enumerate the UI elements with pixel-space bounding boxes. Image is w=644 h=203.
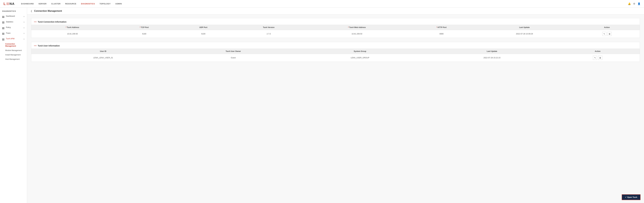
tuna-connection-title: TunA Connection Information [38, 21, 66, 23]
tuna-apm-sub-items: Connection Management Module Management … [0, 42, 27, 61]
nav-admin[interactable]: ADMIN [115, 2, 122, 6]
tuna-user-section: — TunA User Information User ID TunA Use… [31, 42, 640, 62]
tuna-user-title: TunA User Information [38, 45, 60, 47]
sidebar-group-tuna-apm: TunA APM ∨ Connection Management Module … [0, 36, 27, 61]
gear-icon[interactable]: ⚙ [633, 2, 635, 5]
content-area: — TunA Connection Information *TunA Addr… [27, 15, 644, 69]
logo-lines [6, 3, 9, 5]
nav-resource[interactable]: RESOURCE [65, 2, 76, 6]
chevron-up-icon: ∧ [24, 16, 24, 18]
nav-dashboard[interactable]: DASHBOARD [21, 2, 34, 6]
cell-http-port: 8080 [408, 30, 475, 38]
section-dash-user: — [34, 44, 36, 47]
main-content: ❮ Connection Management — TunA Connectio… [27, 8, 644, 203]
sidebar-item-trace[interactable]: Trace ∧ [0, 31, 27, 36]
col-tuna-web-address: *TunA Web Address [306, 25, 408, 30]
sidebar-item-host-management[interactable]: Host Management [0, 57, 27, 61]
tuna-user-header-row: User ID TunA User Owner System Group Las… [31, 49, 640, 54]
cell-user-id: LENA_LENA_USER_01 [31, 54, 175, 62]
cell-last-update-user: 2022-07-28 15:22:15 [428, 54, 556, 62]
cell-tuna-user-owner: Guest [175, 54, 292, 62]
sidebar-group-trace: Trace ∧ [0, 31, 27, 36]
tuna-connection-table: *TunA Address *TCP Port UDP Port TunA Ve… [31, 25, 640, 38]
sidebar-item-install-management[interactable]: Install Management [0, 53, 27, 57]
top-nav: L NA DASHBOARD SERVER CLUSTER RESOURCE D… [0, 0, 644, 8]
cell-last-update-conn: 2022-07-28 15:09:29 [475, 30, 574, 38]
statistics-icon [2, 22, 4, 24]
nav-icons: 🔔 ⚙ 👤 [628, 2, 640, 5]
bell-icon[interactable]: 🔔 [628, 2, 631, 5]
col-last-update-user: Last Update [428, 49, 556, 54]
edit-user-button[interactable]: ✎ [593, 56, 597, 60]
col-tuna-address: *TunA Address [31, 25, 114, 30]
nav-diagnostics[interactable]: DIAGNOSTICS [81, 2, 95, 6]
cell-tuna-web-address: 10.81.209.50 [306, 30, 408, 38]
nav-topology[interactable]: TOPOLOGY [100, 2, 111, 6]
trace-icon [2, 33, 4, 35]
table-row: 10.81.209.50 6180 6100 2.7.0 10.81.209.5… [31, 30, 640, 38]
chevron-up-icon-policy: ∧ [24, 27, 24, 29]
sidebar-item-statistics[interactable]: Statistics ∧ [0, 20, 27, 25]
chevron-down-icon-tuna: ∨ [24, 38, 24, 40]
col-user-id: User ID [31, 49, 175, 54]
sidebar-group-statistics: Statistics ∧ [0, 20, 27, 25]
col-tuna-version: TunA Version [232, 25, 306, 30]
sidebar-item-policy[interactable]: Policy ∧ [0, 25, 27, 31]
sidebar-label-dashboard: Dashboard [6, 15, 15, 17]
col-action-conn: Action [574, 25, 640, 30]
sidebar-title: DIAGNOSTICS [0, 8, 27, 14]
nav-server[interactable]: SERVER [38, 2, 46, 6]
cell-tcp-port: 6180 [114, 30, 175, 38]
sidebar-label-trace: Trace [6, 32, 10, 34]
sidebar-item-connection-management[interactable]: Connection Management [0, 42, 27, 48]
delete-user-button[interactable]: 🗑 [598, 56, 602, 60]
tuna-user-header: — TunA User Information [31, 42, 640, 49]
cell-tuna-address: 10.81.209.50 [31, 30, 114, 38]
tuna-connection-header: — TunA Connection Information [31, 18, 640, 25]
cell-udp-port: 6100 [175, 30, 232, 38]
page-header: ❮ Connection Management [27, 8, 644, 15]
col-tuna-user-owner: TunA User Owner [175, 49, 292, 54]
sidebar-item-tuna-apm[interactable]: TunA APM ∨ [0, 36, 27, 42]
chevron-up-icon-trace: ∧ [24, 32, 24, 34]
col-action-user: Action [556, 49, 640, 54]
cell-system-group: LENA_USER_GROUP [292, 54, 428, 62]
nav-cluster[interactable]: CLUSTER [51, 2, 60, 6]
sidebar-label-statistics: Statistics [6, 21, 13, 23]
cell-action-user: ✎ 🗑 [556, 54, 640, 62]
logo-text: NA [10, 2, 15, 6]
logo: L NA [4, 2, 15, 6]
collapse-sidebar-button[interactable]: ❮ [30, 10, 32, 12]
tuna-connection-header-row: *TunA Address *TCP Port UDP Port TunA Ve… [31, 25, 640, 30]
col-system-group: System Group [292, 49, 428, 54]
section-dash-connection: — [34, 20, 36, 23]
sidebar-label-policy: Policy [6, 26, 11, 29]
sidebar-item-dashboard[interactable]: Dashboard ∧ [0, 14, 27, 19]
sidebar-group-dashboard: Dashboard ∧ [0, 14, 27, 19]
policy-icon [2, 27, 4, 29]
sidebar-label-tuna-apm: TunA APM [6, 38, 14, 40]
col-tcp-port: *TCP Port [114, 25, 175, 30]
col-http-port: *HTTP Port [408, 25, 475, 30]
sidebar-group-policy: Policy ∧ [0, 25, 27, 31]
page-title: Connection Management [34, 10, 62, 12]
tuna-user-table: User ID TunA User Owner System Group Las… [31, 49, 640, 62]
col-udp-port: UDP Port [175, 25, 232, 30]
tuna-apm-icon [2, 39, 4, 41]
tuna-connection-section: — TunA Connection Information *TunA Addr… [31, 18, 640, 38]
dashboard-icon [2, 16, 4, 18]
edit-connection-button[interactable]: ✎ [602, 32, 606, 36]
logo-l: L [4, 2, 6, 6]
sidebar-item-module-management[interactable]: Module Management [0, 48, 27, 53]
col-last-update-conn: Last Update [475, 25, 574, 30]
delete-connection-button[interactable]: 🗑 [608, 32, 612, 36]
layout: DIAGNOSTICS Dashboard ∧ Sta [0, 8, 644, 203]
cell-action-conn: ✎ 🗑 [574, 30, 640, 38]
cell-tuna-version: 2.7.0 [232, 30, 306, 38]
nav-items: DASHBOARD SERVER CLUSTER RESOURCE DIAGNO… [21, 2, 628, 6]
user-icon[interactable]: 👤 [638, 2, 640, 5]
sidebar: DIAGNOSTICS Dashboard ∧ Sta [0, 8, 27, 203]
chevron-up-icon-statistics: ∧ [24, 21, 24, 23]
table-row: LENA_LENA_USER_01 Guest LENA_USER_GROUP … [31, 54, 640, 62]
open-tuna-button[interactable]: ✓ Open TunA [622, 194, 640, 200]
